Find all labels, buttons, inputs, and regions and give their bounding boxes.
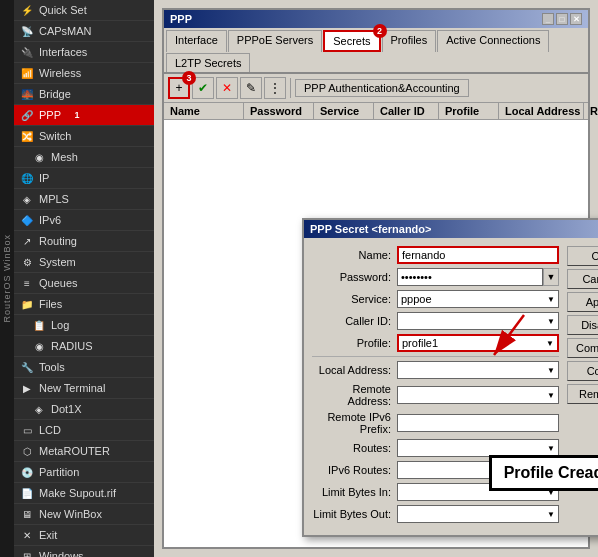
password-input[interactable] (397, 268, 543, 286)
caller-id-dropdown-icon: ▼ (547, 317, 555, 326)
remote-ipv6-field[interactable]: Profile Creado (397, 414, 559, 432)
col-caller-id[interactable]: Caller ID (374, 103, 439, 119)
switch-icon: 🔀 (20, 129, 34, 143)
sidebar-label-windows: Windows (39, 550, 84, 557)
sidebar-label-lcd: LCD (39, 424, 61, 436)
remove-button[interactable]: Remove (567, 384, 598, 404)
ppp-tabs: Interface PPPoE Servers Secrets 2 Profil… (164, 28, 588, 74)
sidebar-label-mesh: Mesh (51, 151, 78, 163)
system-icon: ⚙ (20, 255, 34, 269)
filter-icon: ⋮ (269, 81, 281, 95)
sidebar-item-capsman[interactable]: 📡 CAPsMAN (14, 21, 154, 42)
edit-button[interactable]: ✎ (240, 77, 262, 99)
add-button[interactable]: + 3 (168, 77, 190, 99)
cancel-button[interactable]: Cancel (567, 269, 598, 289)
name-label: Name: (312, 249, 397, 261)
sidebar-item-interfaces[interactable]: 🔌 Interfaces (14, 42, 154, 63)
col-profile[interactable]: Profile (439, 103, 499, 119)
sidebar-label-capsman: CAPsMAN (39, 25, 92, 37)
sidebar-item-lcd[interactable]: ▭ LCD (14, 420, 154, 441)
sidebar-item-ip[interactable]: 🌐 IP (14, 168, 154, 189)
sidebar-label-interfaces: Interfaces (39, 46, 87, 58)
sidebar-item-mesh[interactable]: ◉ Mesh (14, 147, 154, 168)
tab-active-connections[interactable]: Active Connections (437, 30, 549, 52)
comment-button[interactable]: Comment (567, 338, 598, 358)
close-button[interactable]: ✕ (570, 13, 582, 25)
sidebar-item-queues[interactable]: ≡ Queues (14, 273, 154, 294)
sidebar-label-make-supout: Make Supout.rif (39, 487, 116, 499)
col-name[interactable]: Name (164, 103, 244, 119)
mesh-icon: ◉ (32, 150, 46, 164)
copy-button[interactable]: Copy (567, 361, 598, 381)
ipv6-routes-label: IPv6 Routes: (312, 464, 397, 476)
sidebar-item-exit[interactable]: ✕ Exit (14, 525, 154, 546)
sidebar-label-tools: Tools (39, 361, 65, 373)
service-dropdown-icon: ▼ (547, 295, 555, 304)
tab-secrets[interactable]: Secrets 2 (323, 30, 380, 52)
local-address-label: Local Address: (312, 364, 397, 376)
sidebar-label-new-winbox: New WinBox (39, 508, 102, 520)
remote-address-select[interactable]: ▼ (397, 386, 559, 404)
apply-button[interactable]: Apply (567, 292, 598, 312)
sidebar-item-bridge[interactable]: 🌉 Bridge (14, 84, 154, 105)
disable-button[interactable]: Disable (567, 315, 598, 335)
routing-icon: ↗ (20, 234, 34, 248)
lcd-icon: ▭ (20, 423, 34, 437)
sidebar-item-files[interactable]: 📁 Files (14, 294, 154, 315)
delete-button[interactable]: ✕ (216, 77, 238, 99)
password-reveal-btn[interactable]: ▼ (543, 268, 559, 286)
wireless-icon: 📶 (20, 66, 34, 80)
sidebar-item-mpls[interactable]: ◈ MPLS (14, 189, 154, 210)
sidebar-item-make-supout[interactable]: 📄 Make Supout.rif (14, 483, 154, 504)
sidebar-label-routing: Routing (39, 235, 77, 247)
sidebar-label-ppp: PPP (39, 109, 61, 121)
sidebar-item-ipv6[interactable]: 🔷 IPv6 (14, 210, 154, 231)
files-icon: 📁 (20, 297, 34, 311)
limit-bytes-out-select[interactable]: ▼ (397, 505, 559, 523)
ppp-auth-accounting-button[interactable]: PPP Authentication&Accounting (295, 79, 469, 97)
sidebar-item-ppp[interactable]: 🔗 PPP 1 (14, 105, 154, 126)
service-select[interactable]: pppoe ▼ (397, 290, 559, 308)
col-r[interactable]: R (584, 103, 598, 119)
sidebar-item-new-winbox[interactable]: 🖥 New WinBox (14, 504, 154, 525)
tab-interface[interactable]: Interface (166, 30, 227, 52)
sidebar-item-routing[interactable]: ↗ Routing (14, 231, 154, 252)
sidebar-item-dot1x[interactable]: ◈ Dot1X (14, 399, 154, 420)
password-label: Password: (312, 271, 397, 283)
sidebar-item-log[interactable]: 📋 Log (14, 315, 154, 336)
capsman-icon: 📡 (20, 24, 34, 38)
col-service[interactable]: Service (314, 103, 374, 119)
tab-profiles[interactable]: Profiles (382, 30, 437, 52)
toolbar-sep (290, 78, 291, 98)
dot1x-icon: ◈ (32, 402, 46, 416)
tab-pppoe-servers[interactable]: PPPoE Servers (228, 30, 322, 52)
col-password[interactable]: Password (244, 103, 314, 119)
sidebar-item-new-terminal[interactable]: ▶ New Terminal (14, 378, 154, 399)
profile-creado-badge: Profile Creado (489, 455, 598, 491)
profile-dropdown-icon: ▼ (546, 339, 554, 348)
sidebar-item-quick-set[interactable]: ⚡ Quick Set (14, 0, 154, 21)
main-area: PPP _ □ ✕ Interface PPPoE Servers Secret… (154, 0, 598, 557)
sidebar-item-switch[interactable]: 🔀 Switch (14, 126, 154, 147)
field-row-password: Password: ▼ (312, 268, 559, 286)
filter-button[interactable]: ⋮ (264, 77, 286, 99)
sidebar-item-radius[interactable]: ◉ RADIUS (14, 336, 154, 357)
col-local-address[interactable]: Local Address (499, 103, 584, 119)
field-row-service: Service: pppoe ▼ (312, 290, 559, 308)
sidebar-item-metarouter[interactable]: ⬡ MetaROUTER (14, 441, 154, 462)
sidebar-item-system[interactable]: ⚙ System (14, 252, 154, 273)
interfaces-icon: 🔌 (20, 45, 34, 59)
ok-button[interactable]: OK (567, 246, 598, 266)
partition-icon: 💿 (20, 465, 34, 479)
sidebar-item-wireless[interactable]: 📶 Wireless (14, 63, 154, 84)
name-input[interactable] (397, 246, 559, 264)
toolbar-badge: 3 (182, 71, 196, 85)
sidebar-item-tools[interactable]: 🔧 Tools (14, 357, 154, 378)
bridge-icon: 🌉 (20, 87, 34, 101)
maximize-button[interactable]: □ (556, 13, 568, 25)
minimize-button[interactable]: _ (542, 13, 554, 25)
sidebar-item-windows[interactable]: ⊞ Windows (14, 546, 154, 557)
tab-l2tp-secrets[interactable]: L2TP Secrets (166, 53, 250, 72)
sidebar-item-partition[interactable]: 💿 Partition (14, 462, 154, 483)
ppp-icon: 🔗 (20, 108, 34, 122)
